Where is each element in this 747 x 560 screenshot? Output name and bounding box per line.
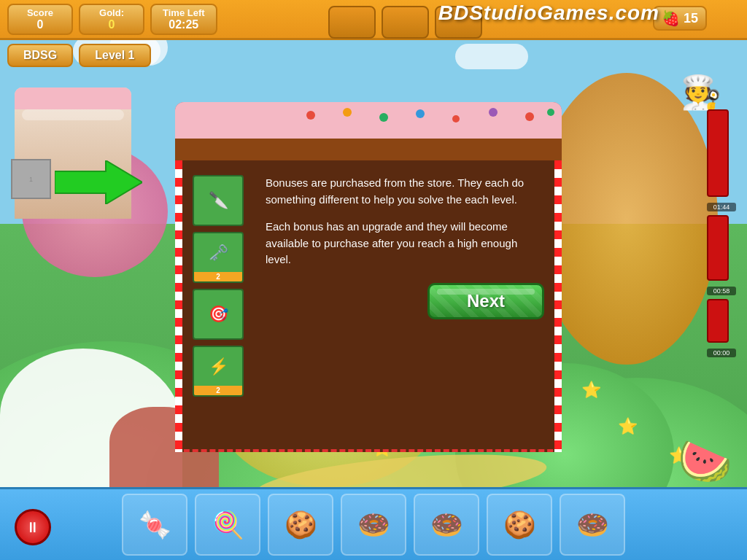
strawberry-icon: 🍓: [662, 9, 680, 27]
timer-bar: 01:44 00:58 00:00: [707, 109, 736, 357]
bottom-item-7[interactable]: 🍩: [560, 494, 625, 556]
tutorial-paragraph-1: Bonuses are purchased from the store. Th…: [266, 175, 544, 208]
gold-box: Gold: 0: [79, 4, 144, 35]
bonus-icon-1-image: 🔪: [194, 176, 242, 225]
bonus-icon-2-badge: 2: [194, 272, 242, 281]
timer-segment-1: 01:44: [707, 203, 736, 211]
bonus-icon-4: ⚡ 2: [193, 346, 244, 397]
slot-1: [328, 6, 376, 39]
bonus-icon-4-image: ⚡: [194, 347, 242, 386]
bottom-item-bar: 🍬 🍭 🍪 🍩 🍩 🍪 🍩: [0, 487, 747, 560]
bonus-icon-2-image: 🗝️: [194, 233, 242, 272]
level-display: Level 1: [79, 44, 150, 67]
gold-value: 0: [91, 18, 132, 31]
grid-cell: 1: [11, 159, 51, 199]
bottom-item-6[interactable]: 🍪: [487, 494, 552, 556]
tutorial-text: Bonuses are purchased from the store. Th…: [266, 175, 544, 268]
bonus-icon-1: 🔪: [193, 175, 244, 226]
bonus-icon-3-image: 🎯: [194, 290, 242, 338]
time-value: 02:25: [163, 18, 205, 31]
gold-label: Gold:: [91, 7, 132, 18]
time-label: Time Left: [163, 7, 205, 18]
direction-arrow: [55, 160, 142, 207]
bonus-icon-3: 🎯: [193, 289, 244, 340]
stripe-border-right: [554, 160, 562, 452]
bottom-item-5[interactable]: 🍩: [414, 494, 479, 556]
watermelon-decoration: 🍉: [678, 435, 732, 487]
bottom-item-3[interactable]: 🍪: [268, 494, 333, 556]
pause-button[interactable]: ⏸: [15, 509, 51, 545]
bottom-item-4[interactable]: 🍩: [341, 494, 406, 556]
strawberry-counter: 🍓 15: [653, 6, 707, 31]
score-box: Score 0: [7, 4, 73, 35]
stripe-border-left: [175, 160, 182, 452]
tutorial-paragraph-2: Each bonus has an upgrade and they will …: [266, 219, 544, 268]
player-name: BDSG: [7, 44, 73, 67]
score-value: 0: [20, 18, 61, 31]
next-button-label: Next: [467, 291, 505, 311]
modal-body: 🔪 🗝️ 2 🎯 ⚡ 2 Bonuses are purchased from …: [175, 160, 562, 452]
tutorial-text-panel: Bonuses are purchased from the store. Th…: [266, 175, 544, 435]
timer-segment-3: 00:00: [707, 349, 736, 357]
bottom-item-2[interactable]: 🍭: [195, 494, 260, 556]
bonus-icons-panel: 🔪 🗝️ 2 🎯 ⚡ 2: [193, 175, 251, 435]
bonus-icon-2: 🗝️ 2: [193, 232, 244, 283]
next-button[interactable]: Next: [427, 283, 544, 319]
tutorial-modal: 🔪 🗝️ 2 🎯 ⚡ 2 Bonuses are purchased from …: [175, 102, 562, 452]
time-box: Time Left 02:25: [150, 4, 217, 35]
chef-character: 🧑‍🍳: [681, 73, 721, 112]
timer-segment-2: 00:58: [707, 287, 736, 295]
svg-marker-0: [55, 160, 142, 204]
slot-2: [382, 6, 429, 39]
logo: BDStudioGames.com: [438, 1, 659, 25]
strawberry-count: 15: [684, 11, 698, 26]
level-bar: BDSG Level 1: [7, 44, 151, 67]
bottom-item-1[interactable]: 🍬: [122, 494, 187, 556]
cake-icing: [175, 102, 562, 142]
bonus-icon-4-badge: 2: [194, 386, 242, 395]
score-label: Score: [20, 7, 61, 18]
